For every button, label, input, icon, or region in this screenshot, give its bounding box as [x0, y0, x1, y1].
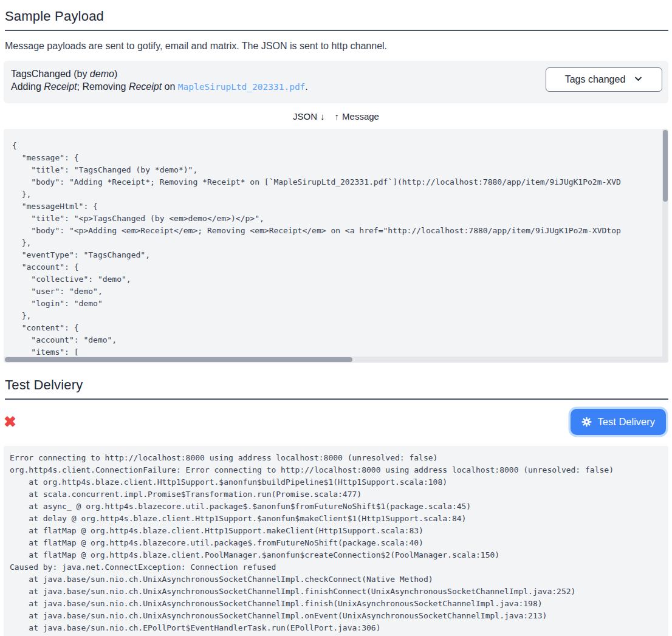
arrow-up-icon: ↑ [335, 111, 340, 121]
toggle-json-label: JSON [293, 111, 317, 121]
item-link[interactable]: MapleSirupLtd_202331.pdf [178, 82, 306, 92]
sample-payload-description: Message payloads are sent to gotify, ema… [5, 41, 668, 52]
delivery-error-text: Error connecting to http://localhost:800… [4, 446, 668, 636]
test-delivery-row: ✖ Test [4, 406, 668, 437]
arrow-down-icon: ↓ [320, 111, 325, 121]
event-type-select[interactable]: Tags changed [546, 67, 662, 92]
json-vertical-scrollbar-thumb[interactable] [663, 130, 668, 202]
event-user: demo [90, 69, 114, 79]
event-title-prefix: TagsChanged (by [11, 69, 90, 79]
event-tag-added: Receipt [44, 81, 77, 92]
gear-icon [581, 417, 592, 427]
json-payload-text: { "message": { "title": "TagsChanged (by… [4, 129, 668, 358]
notification-hook-page: Sample Payload Message payloads are sent… [0, 9, 672, 636]
sample-event-box: TagsChanged (by demo) Adding Receipt; Re… [4, 61, 668, 103]
toggle-json-link[interactable]: JSON↓ [293, 111, 325, 121]
event-body-adding: Adding [11, 81, 44, 92]
test-delivery-button-label: Test Delivery [598, 416, 655, 428]
event-title-suffix: ) [114, 69, 117, 79]
event-body-on: on [162, 81, 178, 92]
json-vertical-scrollbar[interactable] [662, 129, 668, 363]
event-type-selected-value: Tags changed [565, 74, 626, 85]
sample-event-body-line: Adding Receipt; Removing Receipt on Mapl… [11, 80, 308, 94]
test-delivery-title: Test Delviery [5, 377, 668, 400]
event-tag-removed: Receipt [129, 81, 162, 92]
chevron-down-icon [634, 74, 643, 86]
json-horizontal-scrollbar[interactable] [4, 357, 668, 363]
event-body-removing: ; Removing [77, 81, 129, 92]
error-x-icon: ✖ [4, 414, 16, 429]
test-delivery-button[interactable]: Test Delivery [571, 409, 666, 435]
payload-view-toggle: JSON↓ ↑Message [4, 111, 668, 121]
json-horizontal-scrollbar-thumb[interactable] [5, 357, 352, 362]
sample-event-summary: TagsChanged (by demo) Adding Receipt; Re… [11, 67, 308, 94]
sample-event-title-line: TagsChanged (by demo) [11, 67, 308, 80]
event-body-end: . [305, 81, 307, 92]
json-payload-box[interactable]: { "message": { "title": "TagsChanged (by… [4, 129, 668, 363]
toggle-message-link[interactable]: ↑Message [335, 111, 379, 121]
sample-payload-title: Sample Payload [5, 9, 668, 31]
toggle-message-label: Message [342, 111, 379, 121]
delivery-error-box[interactable]: Error connecting to http://localhost:800… [4, 446, 668, 636]
